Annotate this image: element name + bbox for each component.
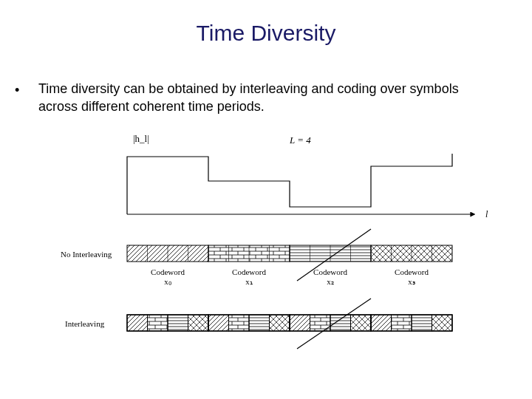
diagram-svg: |h_l| L = 4 l No Interleaving [61,133,497,362]
svg-rect-28 [168,315,188,331]
y-axis-label: |h_l| [133,133,149,144]
svg-rect-29 [188,315,209,331]
x-axis-label: l [485,209,488,219]
bullet-item: • Time diversity can be obtained by inte… [28,80,501,116]
bullet-icon: • [15,81,19,99]
interleaving-row [127,315,452,331]
slide: Time Diversity • Time diversity can be o… [0,0,532,399]
no-interleaving-row [127,245,452,262]
svg-rect-37 [351,315,372,331]
svg-rect-33 [270,315,290,331]
svg-rect-30 [208,315,229,331]
svg-rect-40 [412,315,432,331]
svg-text:Codeword: Codeword [395,267,429,276]
page-title: Time Diversity [0,21,532,46]
svg-text:x₀: x₀ [164,277,172,286]
svg-text:Codeword: Codeword [232,267,266,276]
svg-rect-31 [229,315,250,331]
svg-rect-32 [249,315,270,331]
param-label: L = 4 [289,134,311,146]
svg-rect-39 [392,315,412,331]
svg-rect-38 [371,315,392,331]
svg-text:Codeword: Codeword [313,267,347,276]
svg-rect-27 [148,315,168,331]
svg-rect-41 [432,315,453,331]
row-label-0: No Interleaving [61,250,112,259]
diagram: |h_l| L = 4 l No Interleaving [61,133,497,362]
svg-rect-34 [290,315,310,331]
codeword-labels: Codeword x₀ Codeword x₁ Codeword x₂ Code… [151,267,429,286]
svg-text:x₁: x₁ [245,277,253,286]
svg-text:x₂: x₂ [327,277,334,286]
svg-rect-36 [330,315,351,331]
bullet-text: Time diversity can be obtained by interl… [38,80,501,116]
svg-text:Codeword: Codeword [151,267,185,276]
svg-rect-26 [127,315,148,331]
fading-plot: l [127,154,488,219]
svg-text:x₃: x₃ [408,277,415,286]
row-label-1: Interleaving [65,319,105,328]
